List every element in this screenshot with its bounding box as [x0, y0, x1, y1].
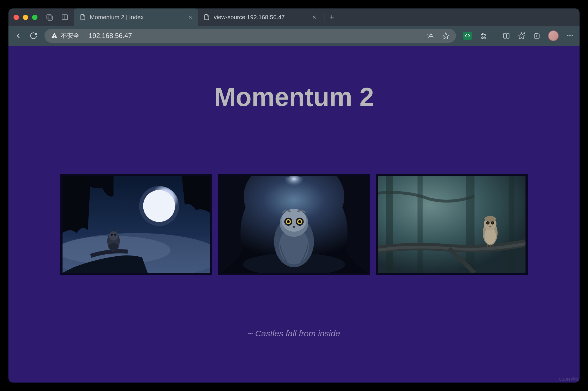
svg-point-26	[111, 234, 113, 236]
svg-point-40	[287, 220, 290, 223]
svg-rect-1	[48, 16, 52, 20]
svg-rect-2	[62, 15, 68, 19]
tabs-container: Momentum 2 | Index × view-source:192.168…	[74, 8, 574, 26]
tab-bar: Momentum 2 | Index × view-source:192.168…	[8, 8, 580, 26]
svg-rect-42	[378, 176, 525, 273]
back-button[interactable]	[14, 32, 23, 40]
tab-view-source[interactable]: view-source:192.168.56.47 ×	[198, 8, 322, 26]
svg-rect-8	[504, 33, 506, 38]
tab-title: view-source:192.168.56.47	[214, 14, 285, 21]
svg-point-18	[571, 35, 573, 36]
address-bar: 不安全 192.168.56.47	[8, 26, 580, 46]
svg-rect-44	[418, 176, 423, 273]
svg-marker-7	[443, 33, 449, 39]
warning-icon	[51, 32, 58, 39]
gallery-image-2	[218, 174, 370, 275]
toolbar-divider	[495, 32, 495, 40]
svg-marker-10	[518, 33, 525, 39]
page-heading: Momentum 2	[214, 82, 374, 112]
profile-avatar[interactable]	[548, 30, 559, 41]
window-controls	[14, 15, 37, 20]
new-tab-button[interactable]: +	[324, 13, 339, 22]
tab-close-button[interactable]: ×	[188, 14, 192, 21]
svg-point-30	[274, 176, 314, 205]
svg-rect-5	[54, 37, 55, 37]
svg-point-53	[492, 222, 493, 224]
favorite-icon[interactable]	[442, 32, 450, 40]
minimize-window-button[interactable]	[23, 15, 28, 20]
svg-rect-45	[466, 176, 475, 273]
extensions-icon[interactable]	[480, 32, 487, 40]
url-text: 192.168.56.47	[89, 32, 132, 40]
tab-title: Momentum 2 | Index	[90, 14, 144, 21]
svg-point-17	[569, 35, 571, 36]
svg-rect-9	[507, 33, 509, 38]
tab-close-button[interactable]: ×	[312, 14, 316, 21]
security-label: 不安全	[61, 32, 79, 40]
svg-point-23	[143, 190, 175, 222]
svg-point-41	[298, 220, 301, 223]
page-icon	[204, 14, 210, 20]
favorites-bar-icon[interactable]	[518, 32, 525, 40]
svg-rect-4	[54, 35, 55, 36]
close-window-button[interactable]	[14, 15, 19, 20]
browser-window: Momentum 2 | Index × view-source:192.168…	[8, 8, 580, 383]
svg-rect-0	[47, 15, 51, 19]
split-screen-icon[interactable]	[502, 32, 510, 40]
panel-toggle-icon[interactable]	[61, 14, 68, 21]
tab-bar-leading-icons	[46, 14, 68, 21]
url-bar[interactable]: 不安全 192.168.56.47	[44, 29, 456, 43]
image-gallery	[60, 174, 528, 275]
svg-point-27	[114, 234, 116, 236]
page-content: Momentum 2	[8, 46, 580, 383]
page-tagline: ~ Castles fall from inside	[248, 329, 340, 338]
tab-momentum-index[interactable]: Momentum 2 | Index ×	[74, 8, 198, 26]
sidebar-toggle-icon[interactable]	[46, 14, 53, 21]
svg-point-54	[484, 216, 496, 222]
svg-rect-43	[386, 176, 393, 273]
more-menu-icon[interactable]	[566, 32, 574, 40]
page-icon	[80, 14, 86, 20]
svg-point-25	[109, 231, 118, 240]
gallery-image-3	[376, 174, 528, 275]
read-aloud-icon[interactable]	[427, 32, 435, 40]
maximize-window-button[interactable]	[32, 15, 37, 20]
watermark: CSDN @悦	[559, 377, 579, 382]
gallery-image-1	[60, 174, 212, 275]
svg-rect-46	[509, 176, 514, 273]
security-indicator[interactable]: 不安全	[51, 32, 84, 40]
svg-point-16	[567, 35, 568, 36]
collections-icon[interactable]	[533, 32, 541, 40]
devtools-badge[interactable]	[463, 32, 472, 40]
svg-point-52	[487, 222, 489, 224]
refresh-button[interactable]	[29, 32, 38, 40]
toolbar-right	[463, 30, 574, 41]
svg-point-28	[108, 243, 119, 250]
